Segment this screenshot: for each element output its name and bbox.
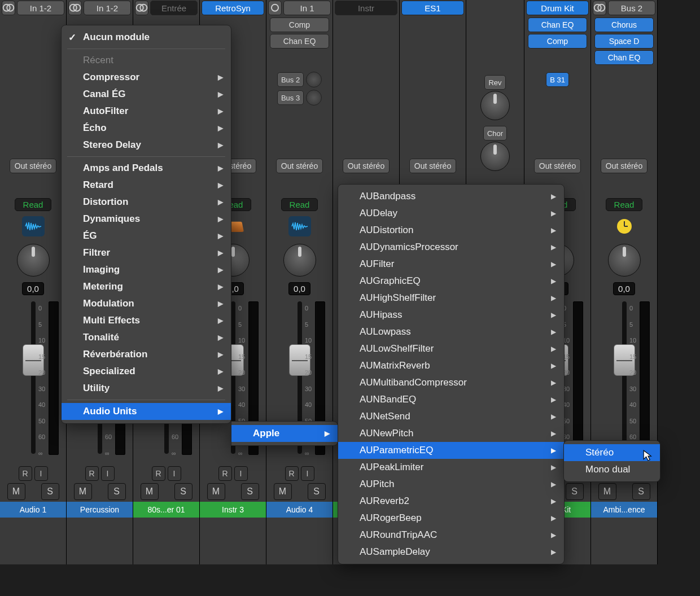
mute-button[interactable]: M xyxy=(141,483,159,500)
input-monitor-button[interactable]: I xyxy=(34,466,48,481)
gain-readout[interactable]: 0,0 xyxy=(613,282,635,295)
input-selector[interactable]: Bus 2 xyxy=(608,1,655,15)
menu-item-au-plugin[interactable]: AUMultibandCompressor▶ xyxy=(338,374,564,391)
input-selector[interactable]: In 1 xyxy=(283,1,331,15)
output-selector[interactable]: Out stéréo xyxy=(409,159,456,173)
track-name[interactable]: 80s...er 01 xyxy=(133,502,199,518)
track-name[interactable]: Audio 4 xyxy=(266,502,333,518)
vendor-submenu[interactable]: Apple ▶ xyxy=(231,421,338,446)
menu-item-au-plugin[interactable]: AULowpass▶ xyxy=(338,323,564,340)
mono-icon[interactable] xyxy=(268,1,282,15)
output-selector[interactable]: Out stéréo xyxy=(10,159,56,173)
pan-knob[interactable] xyxy=(17,244,50,277)
instrument-slot[interactable]: Drum Kit xyxy=(526,1,589,15)
menu-item-category[interactable]: Metering▶ xyxy=(62,278,231,295)
menu-item-category[interactable]: Réverbération▶ xyxy=(62,346,231,363)
output-selector[interactable]: Out stéréo xyxy=(534,159,581,173)
menu-item-au-plugin[interactable]: AUBandpass▶ xyxy=(338,188,564,205)
menu-item-category[interactable]: ÉG▶ xyxy=(62,227,231,244)
gain-readout[interactable]: 0,0 xyxy=(288,282,310,295)
mute-button[interactable]: M xyxy=(7,483,25,500)
pan-knob[interactable] xyxy=(608,244,641,277)
menu-item-au-plugin[interactable]: AUDistortion▶ xyxy=(338,222,564,239)
send-slot[interactable]: Rev xyxy=(484,75,505,90)
menu-item-au-plugin[interactable]: AUNetSend▶ xyxy=(338,408,564,425)
menu-item-au-plugin[interactable]: AULowShelfFilter▶ xyxy=(338,340,564,357)
input-monitor-button[interactable]: I xyxy=(101,466,115,481)
menu-item-au-plugin[interactable]: AUMatrixReverb▶ xyxy=(338,357,564,374)
record-enable-button[interactable]: R xyxy=(152,466,165,481)
menu-item-category[interactable]: Filtrer▶ xyxy=(62,244,231,261)
track-icon[interactable] xyxy=(22,216,45,236)
menu-item-au-plugin[interactable]: AURogerBeep▶ xyxy=(338,510,564,527)
menu-item-recent[interactable]: AutoFilter▶ xyxy=(62,103,231,120)
automation-mode-button[interactable]: Read xyxy=(15,198,52,211)
menu-item-au-plugin[interactable]: AUNewPitch▶ xyxy=(338,425,564,442)
menu-item-category[interactable]: Dynamiques▶ xyxy=(62,211,231,227)
solo-button[interactable]: S xyxy=(308,483,326,500)
solo-button[interactable]: S xyxy=(41,483,59,500)
send-slot[interactable]: Bus 2 xyxy=(277,72,304,87)
instrument-slot[interactable]: Instr xyxy=(335,1,397,15)
stereo-icon[interactable] xyxy=(593,1,606,15)
gain-readout[interactable]: 0,0 xyxy=(22,282,44,295)
insert-slot[interactable]: Space D xyxy=(594,34,654,49)
track-name[interactable]: Ambi...ence xyxy=(591,502,657,518)
solo-button[interactable]: S xyxy=(566,483,584,500)
menu-item-au-plugin[interactable]: AUPeakLimiter▶ xyxy=(338,459,564,476)
insert-slot[interactable]: Chan EQ xyxy=(528,17,587,32)
solo-button[interactable]: S xyxy=(241,483,259,500)
stereo-icon[interactable] xyxy=(135,1,148,15)
menu-item-au-plugin[interactable]: AURoundTripAAC▶ xyxy=(338,527,564,544)
insert-slot[interactable]: Chorus xyxy=(594,17,654,32)
solo-button[interactable]: S xyxy=(174,483,193,500)
menu-item-category[interactable]: Retard▶ xyxy=(62,177,231,194)
output-selector[interactable]: Out stéréo xyxy=(601,159,648,173)
send-knob[interactable] xyxy=(306,72,322,87)
menu-item-category[interactable]: Amps and Pedals▶ xyxy=(62,160,231,177)
insert-slot[interactable]: Comp xyxy=(270,17,329,32)
input-selector[interactable]: In 1-2 xyxy=(17,1,64,15)
menu-item-category[interactable]: Modulation▶ xyxy=(62,295,231,312)
menu-item-audio-units[interactable]: Audio Units ▶ xyxy=(62,403,231,420)
pan-knob[interactable] xyxy=(283,244,316,277)
automation-mode-button[interactable]: Read xyxy=(281,198,318,211)
mute-button[interactable]: M xyxy=(207,483,225,500)
menu-item-au-plugin[interactable]: AUHipass▶ xyxy=(338,306,564,323)
mute-button[interactable]: M xyxy=(274,483,292,500)
menu-item-no-plugin[interactable]: ✓ Aucun module xyxy=(62,29,231,46)
send-knob[interactable] xyxy=(480,91,510,120)
instrument-slot[interactable]: RetroSyn xyxy=(202,1,264,15)
menu-item-au-plugin[interactable]: AUSampleDelay▶ xyxy=(338,544,564,560)
track-name[interactable]: Instr 3 xyxy=(200,502,266,518)
au-plugin-submenu[interactable]: AUBandpass▶AUDelay▶AUDistortion▶AUDynami… xyxy=(338,184,565,564)
menu-item-recent[interactable]: Compressor▶ xyxy=(62,69,231,86)
menu-item-au-plugin[interactable]: AUGraphicEQ▶ xyxy=(338,273,564,290)
menu-item-category[interactable]: Distortion▶ xyxy=(62,194,231,211)
stereo-icon[interactable] xyxy=(2,1,15,15)
insert-slot[interactable]: Comp xyxy=(528,34,587,49)
input-monitor-button[interactable]: I xyxy=(301,466,314,481)
menu-item-au-plugin[interactable]: AUParametricEQ▶ xyxy=(338,442,564,459)
record-enable-button[interactable]: R xyxy=(285,466,299,481)
send-knob[interactable] xyxy=(480,142,510,171)
track-icon[interactable] xyxy=(617,219,632,234)
mute-button[interactable]: M xyxy=(598,483,616,500)
menu-item-recent[interactable]: Stereo Delay▶ xyxy=(62,137,231,154)
input-selector[interactable]: Entrée xyxy=(150,1,198,15)
menu-item-au-plugin[interactable]: AUReverb2▶ xyxy=(338,493,564,510)
solo-button[interactable]: S xyxy=(632,483,650,500)
menu-item-au-plugin[interactable]: AUDelay▶ xyxy=(338,205,564,222)
send-knob[interactable] xyxy=(306,90,322,106)
menu-item-au-plugin[interactable]: AUNBandEQ▶ xyxy=(338,391,564,408)
instrument-slot[interactable]: ES1 xyxy=(401,1,464,15)
menu-item-category[interactable]: Imaging▶ xyxy=(62,261,231,278)
menu-item-recent[interactable]: Canal ÉG▶ xyxy=(62,86,231,103)
send-slot[interactable]: Chor xyxy=(483,126,507,141)
output-selector[interactable]: Out stéréo xyxy=(276,159,323,173)
menu-item-category[interactable]: Multi Effects▶ xyxy=(62,312,231,329)
menu-item-au-plugin[interactable]: AUFilter▶ xyxy=(338,256,564,273)
mute-button[interactable]: M xyxy=(74,483,92,500)
track-icon[interactable] xyxy=(288,216,311,236)
plugin-menu[interactable]: ✓ Aucun module Récent Compressor▶Canal É… xyxy=(61,25,231,424)
